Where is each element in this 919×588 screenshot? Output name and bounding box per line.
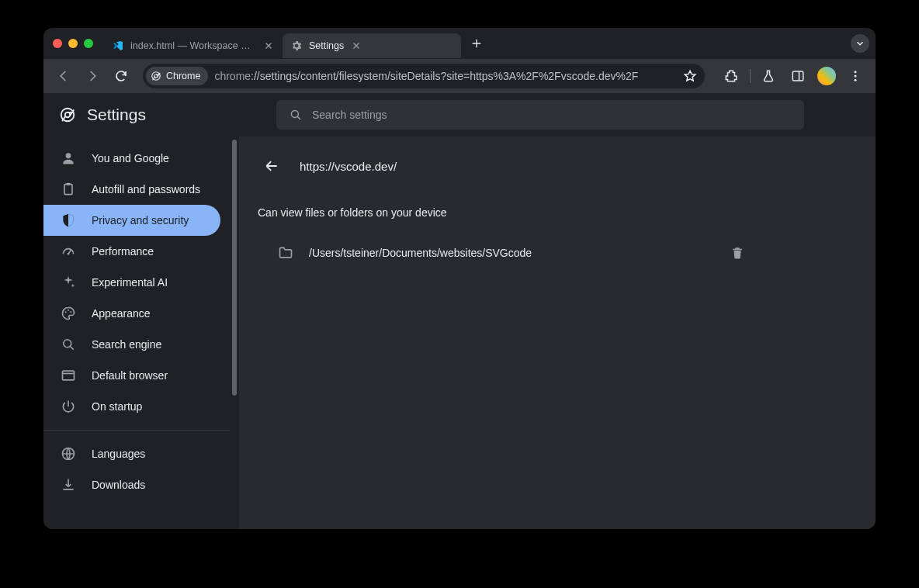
svg-point-16: [64, 340, 71, 348]
browser-toolbar: Chrome chrome://settings/content/filesys…: [43, 59, 876, 93]
tab-settings[interactable]: Settings: [283, 33, 461, 58]
chrome-chip: Chrome: [146, 67, 208, 85]
sidebar-item-label: Experimental AI: [92, 276, 168, 289]
svg-point-9: [66, 153, 71, 158]
sidebar-item-autofill[interactable]: Autofill and passwords: [43, 174, 220, 205]
delete-button[interactable]: [723, 239, 751, 267]
sidebar-scrollbar[interactable]: [230, 137, 239, 493]
sparkle-icon: [61, 275, 76, 290]
bookmark-star-icon[interactable]: [683, 69, 697, 83]
sidebar-item-performance[interactable]: Performance: [43, 236, 220, 267]
site-url-text: https://vscode.dev/: [300, 160, 397, 173]
sidebar-item-label: On startup: [92, 400, 142, 413]
svg-point-4: [855, 75, 857, 78]
sidebar-item-label: Downloads: [92, 479, 145, 491]
settings-search-input[interactable]: [312, 109, 792, 121]
profile-avatar[interactable]: [814, 64, 838, 88]
sidebar-item-privacy-security[interactable]: Privacy and security: [43, 205, 220, 236]
sidebar-item-experimental-ai[interactable]: Experimental AI: [43, 267, 220, 298]
file-path-text: /Users/tsteiner/Documents/websites/SVGco…: [309, 247, 708, 259]
chrome-logo-icon: [59, 106, 76, 123]
palette-icon: [61, 306, 76, 321]
svg-point-13: [65, 311, 67, 313]
svg-point-5: [855, 79, 857, 81]
clipboard-icon: [61, 182, 76, 197]
sidebar-item-label: Default browser: [92, 369, 168, 382]
back-button[interactable]: [51, 64, 75, 88]
sidebar-item-downloads[interactable]: Downloads: [43, 469, 220, 500]
toolbar-separator: [750, 69, 751, 83]
sidebar-item-label: Appearance: [92, 307, 151, 320]
close-icon[interactable]: [350, 40, 362, 52]
window-controls: [53, 39, 93, 48]
globe-icon: [61, 446, 76, 462]
search-icon: [289, 108, 303, 122]
sidebar-item-label: Languages: [92, 448, 145, 460]
search-icon: [61, 337, 76, 352]
sidebar-divider: [43, 430, 230, 431]
browser-icon: [61, 368, 76, 383]
chrome-chip-label: Chrome: [166, 71, 200, 81]
svg-point-8: [291, 110, 298, 117]
gear-icon: [290, 40, 303, 52]
extensions-button[interactable]: [719, 64, 743, 88]
shield-icon: [61, 213, 76, 228]
sidebar-item-you-and-google[interactable]: You and Google: [43, 143, 220, 174]
tab-strip: index.html — Workspace — V Settings: [43, 28, 876, 59]
tab-title: Settings: [309, 40, 344, 51]
tab-title: index.html — Workspace — V: [130, 40, 256, 51]
vscode-icon: [112, 40, 124, 52]
sidebar-item-label: You and Google: [92, 152, 169, 164]
file-permission-row: /Users/tsteiner/Documents/websites/SVGco…: [258, 239, 748, 267]
chrome-icon: [151, 71, 161, 81]
speedometer-icon: [61, 244, 76, 259]
window-minimize-button[interactable]: [68, 39, 78, 48]
site-detail-card: https://vscode.dev/ Can view files or fo…: [239, 137, 767, 285]
person-icon: [61, 150, 76, 166]
settings-body: You and Google Autofill and passwords Pr…: [43, 137, 876, 529]
svg-rect-2: [792, 71, 803, 81]
window-close-button[interactable]: [53, 39, 62, 48]
detail-back-button[interactable]: [258, 152, 286, 180]
settings-sidebar: You and Google Autofill and passwords Pr…: [43, 137, 230, 529]
settings-header: Settings: [43, 93, 876, 137]
tabs-dropdown-button[interactable]: [851, 34, 869, 53]
power-icon: [61, 399, 76, 414]
scrollbar-thumb[interactable]: [232, 140, 237, 396]
svg-point-3: [855, 71, 857, 73]
tab-vscode[interactable]: index.html — Workspace — V: [104, 33, 283, 58]
svg-point-14: [68, 310, 69, 311]
sidebar-item-default-browser[interactable]: Default browser: [43, 360, 220, 391]
sidebar-item-on-startup[interactable]: On startup: [43, 391, 220, 422]
settings-title-text: Settings: [87, 105, 146, 124]
sidebar-item-search-engine[interactable]: Search engine: [43, 329, 220, 360]
sidebar-item-appearance[interactable]: Appearance: [43, 298, 220, 329]
forward-button[interactable]: [80, 64, 104, 88]
reload-button[interactable]: [109, 64, 134, 88]
new-tab-button[interactable]: [466, 33, 487, 54]
address-bar[interactable]: Chrome chrome://settings/content/filesys…: [143, 64, 705, 88]
sidebar-item-languages[interactable]: Languages: [43, 438, 220, 469]
sidebar-item-label: Privacy and security: [92, 214, 189, 227]
svg-rect-11: [67, 183, 71, 185]
settings-sidebar-wrap: You and Google Autofill and passwords Pr…: [43, 137, 239, 529]
svg-rect-10: [64, 184, 72, 194]
folder-icon: [278, 245, 293, 261]
svg-point-15: [70, 311, 71, 313]
url-text: chrome://settings/content/filesystem/sit…: [214, 70, 677, 82]
settings-main: https://vscode.dev/ Can view files or fo…: [239, 137, 876, 529]
detail-header: https://vscode.dev/: [258, 147, 748, 185]
avatar-icon: [817, 67, 836, 85]
download-icon: [61, 477, 76, 493]
chrome-menu-button[interactable]: [844, 64, 868, 88]
window-maximize-button[interactable]: [84, 39, 93, 48]
sidebar-item-label: Autofill and passwords: [92, 183, 200, 195]
settings-brand: Settings: [59, 105, 261, 124]
sidebar-item-label: Performance: [92, 245, 154, 258]
side-panel-button[interactable]: [785, 64, 810, 88]
close-icon[interactable]: [262, 40, 275, 52]
svg-point-12: [68, 253, 70, 255]
settings-search[interactable]: [276, 100, 804, 130]
settings-page: Settings You and Google Autofill and pas…: [43, 93, 876, 529]
labs-button[interactable]: [757, 64, 781, 88]
